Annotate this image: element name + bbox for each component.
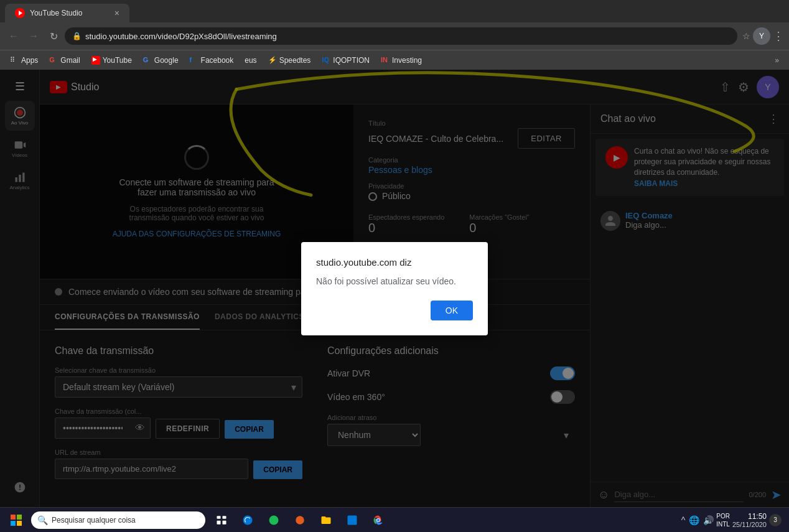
back-button[interactable]: ← (5, 27, 22, 45)
taskbar-search-box[interactable]: 🔍 Pesquisar qualquer coisa (31, 511, 205, 529)
svg-point-16 (269, 515, 279, 525)
bookmarks-more-button[interactable]: » (770, 53, 784, 68)
bookmark-facebook[interactable]: f Facebook (185, 53, 239, 68)
dialog-ok-button[interactable]: OK (431, 301, 473, 320)
taskbar-chrome[interactable] (366, 508, 391, 533)
svg-rect-10 (11, 521, 16, 526)
reload-button[interactable]: ↻ (45, 27, 62, 45)
bookmark-speedtes[interactable]: ⚡ Speedtes (263, 53, 316, 68)
notification-badge[interactable]: 3 (769, 514, 782, 526)
bookmark-google[interactable]: G Google (138, 53, 184, 68)
taskbar-task-view[interactable] (209, 508, 234, 533)
browser-frame: YouTube Studio × ← → ↻ 🔒 studio.youtube.… (0, 0, 789, 532)
svg-rect-15 (223, 520, 226, 524)
tab-bar: YouTube Studio × (0, 0, 789, 22)
apps-icon: ⠿ (10, 56, 19, 65)
tab-favicon (15, 8, 25, 18)
dialog-overlay: studio.youtube.com diz Não foi possível … (0, 70, 789, 507)
taskbar-caret-icon[interactable]: ^ (681, 515, 686, 525)
start-button[interactable] (2, 508, 30, 532)
iqoption-icon: IQ (322, 56, 330, 65)
bookmark-gmail[interactable]: G Gmail (44, 53, 85, 68)
forward-button[interactable]: → (25, 27, 42, 45)
taskbar-lang-text: PORINTL (716, 512, 730, 528)
bookmark-star-icon[interactable]: ☆ (742, 31, 750, 41)
url-text: studio.youtube.com/video/D92pXs8dOll/liv… (85, 32, 730, 41)
browser-tab[interactable]: YouTube Studio × (5, 4, 129, 22)
svg-rect-9 (17, 515, 22, 520)
network-icon[interactable]: 🌐 (689, 515, 699, 525)
svg-point-21 (377, 518, 380, 521)
taskbar-file-explorer[interactable] (314, 508, 338, 533)
taskbar-edge[interactable] (235, 508, 260, 533)
google-icon: G (143, 56, 152, 65)
bookmarks-bar: ⠿ Apps G Gmail ▶ YouTube G Google f Face… (0, 50, 789, 70)
dialog-message: Não foi possível atualizar seu vídeo. (316, 275, 473, 288)
gmail-icon: G (49, 56, 58, 65)
bookmark-apps[interactable]: ⠿ Apps (5, 53, 43, 68)
url-bar[interactable]: 🔒 studio.youtube.com/video/D92pXs8dOll/l… (65, 27, 737, 45)
svg-point-17 (296, 516, 304, 525)
taskbar-system-icons: ^ 🌐 🔊 (681, 515, 714, 525)
taskbar-app5[interactable] (340, 508, 365, 533)
taskbar-time-text: 11:50 (732, 512, 767, 521)
address-bar: ← → ↻ 🔒 studio.youtube.com/video/D92pXs8… (0, 22, 789, 50)
taskbar-app4[interactable] (287, 508, 312, 533)
youtube-icon: ▶ (91, 56, 100, 65)
tab-title: YouTube Studio (30, 9, 110, 17)
browser-menu-button[interactable]: ⋮ (773, 29, 784, 43)
profile-button[interactable]: Y (753, 27, 770, 45)
speedtes-icon: ⚡ (268, 56, 277, 65)
bookmark-investing[interactable]: IN Investing (376, 53, 427, 68)
taskbar-spotify[interactable] (261, 508, 286, 533)
main-area: ☰ Ao Vivo Vídeos Analytics (0, 70, 789, 507)
windows-taskbar: 🔍 Pesquisar qualquer coisa (0, 507, 789, 532)
svg-rect-14 (217, 520, 221, 524)
bookmark-eus[interactable]: eus (240, 53, 261, 68)
taskbar-clock: 11:50 25/11/2020 (732, 512, 767, 528)
volume-icon[interactable]: 🔊 (703, 515, 714, 525)
taskbar-search-text: Pesquisar qualquer coisa (52, 516, 136, 525)
svg-rect-13 (223, 516, 226, 519)
taskbar-search-icon: 🔍 (37, 515, 48, 525)
dialog-title: studio.youtube.com diz (316, 257, 473, 268)
taskbar-apps (209, 508, 391, 533)
alert-dialog: studio.youtube.com diz Não foi possível … (301, 242, 488, 335)
svg-rect-11 (17, 521, 22, 526)
taskbar-right: ^ 🌐 🔊 PORINTL 11:50 25/11/2020 3 (681, 512, 787, 528)
taskbar-date-text: 25/11/2020 (732, 521, 767, 528)
bookmark-iqoption[interactable]: IQ IQOPTION (317, 53, 375, 68)
dialog-actions: OK (316, 301, 473, 320)
investing-icon: IN (381, 56, 390, 65)
svg-rect-12 (217, 516, 221, 519)
svg-rect-8 (11, 515, 16, 520)
facebook-icon: f (190, 56, 198, 65)
lock-icon: 🔒 (72, 32, 82, 40)
tab-close-button[interactable]: × (114, 8, 119, 18)
svg-rect-18 (348, 515, 357, 525)
taskbar-language: PORINTL (716, 512, 730, 528)
bookmark-youtube[interactable]: ▶ YouTube (86, 53, 137, 68)
svg-marker-0 (19, 11, 22, 16)
